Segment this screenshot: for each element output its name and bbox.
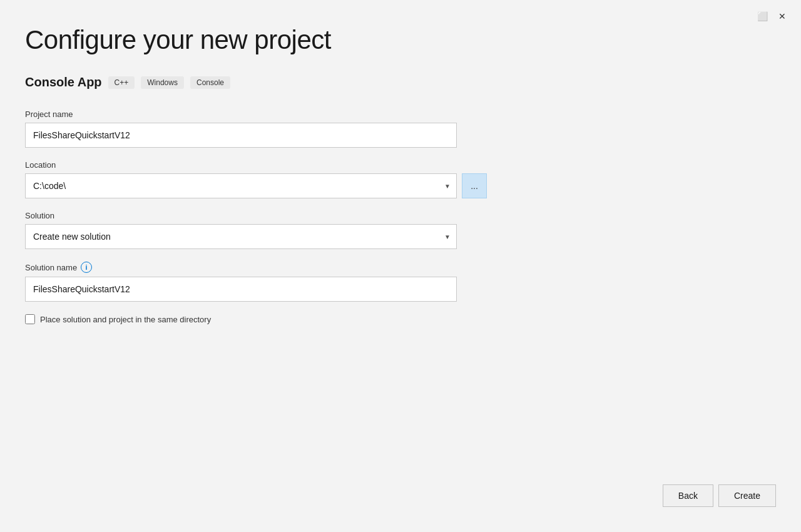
project-type-name: Console App bbox=[25, 75, 102, 90]
project-name-label: Project name bbox=[25, 110, 488, 119]
solution-name-label: Solution name i bbox=[25, 262, 488, 273]
same-directory-row: Place solution and project in the same d… bbox=[25, 314, 488, 324]
solution-section: Solution Create new solution Add to solu… bbox=[25, 211, 488, 249]
location-select[interactable]: C:\code\ bbox=[25, 173, 457, 198]
solution-label: Solution bbox=[25, 211, 488, 220]
solution-name-info-icon[interactable]: i bbox=[81, 262, 92, 273]
project-type-header: Console App C++ Windows Console bbox=[25, 75, 488, 90]
tag-cpp: C++ bbox=[108, 76, 135, 89]
browse-button[interactable]: ... bbox=[462, 173, 487, 198]
same-directory-label[interactable]: Place solution and project in the same d… bbox=[40, 315, 211, 324]
footer-buttons: Back Create bbox=[663, 484, 776, 507]
tag-console: Console bbox=[190, 76, 230, 89]
back-button[interactable]: Back bbox=[663, 484, 713, 507]
solution-select-wrapper: Create new solution Add to solution ▼ bbox=[25, 224, 457, 249]
location-select-wrapper: C:\code\ ▼ bbox=[25, 173, 457, 198]
project-name-input[interactable] bbox=[25, 123, 457, 148]
maximize-button[interactable]: ⬜ bbox=[753, 8, 771, 25]
title-bar: ⬜ ✕ bbox=[743, 0, 801, 33]
tag-windows: Windows bbox=[141, 76, 184, 89]
close-button[interactable]: ✕ bbox=[773, 8, 791, 25]
solution-name-section: Solution name i bbox=[25, 262, 488, 302]
same-directory-checkbox[interactable] bbox=[25, 314, 35, 324]
location-label: Location bbox=[25, 160, 488, 170]
main-content: Configure your new project Console App C… bbox=[0, 0, 513, 349]
solution-name-input[interactable] bbox=[25, 277, 457, 302]
create-button[interactable]: Create bbox=[718, 484, 776, 507]
project-name-section: Project name bbox=[25, 110, 488, 148]
solution-select[interactable]: Create new solution Add to solution bbox=[25, 224, 457, 249]
location-row: C:\code\ ▼ ... bbox=[25, 173, 488, 198]
location-section: Location C:\code\ ▼ ... bbox=[25, 160, 488, 198]
page-title: Configure your new project bbox=[25, 25, 488, 55]
